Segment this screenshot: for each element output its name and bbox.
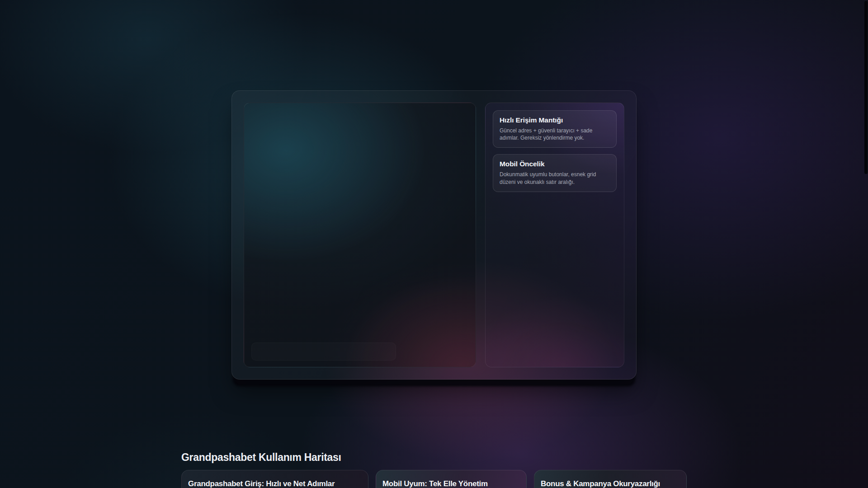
feature-description: Dokunmatik uyumlu butonlar, esnek grid d… <box>500 171 610 185</box>
feature-card-quick-access: Hızlı Erişim Mantığı Güncel adres + güve… <box>493 110 617 148</box>
feature-title: Hızlı Erişim Mantığı <box>500 116 610 124</box>
map-card-title: Grandpashabet Giriş: Hızlı ve Net Adımla… <box>188 479 362 488</box>
scrollbar-track[interactable] <box>864 0 868 488</box>
map-card-title: Mobil Uyum: Tek Elle Yönetim <box>382 479 520 488</box>
map-card-login-steps[interactable]: Grandpashabet Giriş: Hızlı ve Net Adımla… <box>181 470 368 488</box>
hero-preview-panel <box>244 103 476 367</box>
feature-card-mobile-first: Mobil Öncelik Dokunmatik uyumlu butonlar… <box>493 154 617 192</box>
usage-map-heading: Grandpashabet Kullanım Haritası <box>181 451 687 464</box>
feature-title: Mobil Öncelik <box>500 160 610 168</box>
scrollbar-thumb[interactable] <box>864 1 868 174</box>
usage-map-card-row: Grandpashabet Giriş: Hızlı ve Net Adımla… <box>181 470 687 488</box>
map-card-mobile-usability[interactable]: Mobil Uyum: Tek Elle Yönetim <box>376 470 527 488</box>
map-card-title: Bonus & Kampanya Okuryazarlığı <box>541 479 680 488</box>
map-card-bonus-literacy[interactable]: Bonus & Kampanya Okuryazarlığı <box>534 470 687 488</box>
skeleton-placeholder-bar <box>251 343 396 361</box>
hero-card: Hızlı Erişim Mantığı Güncel adres + güve… <box>231 90 637 380</box>
feature-description: Güncel adres + güvenli tarayıcı + sade a… <box>500 127 610 141</box>
page-background: Hızlı Erişim Mantığı Güncel adres + güve… <box>0 90 868 488</box>
hero-feature-panel: Hızlı Erişim Mantığı Güncel adres + güve… <box>485 103 624 367</box>
usage-map-section: Grandpashabet Kullanım Haritası Grandpas… <box>181 451 687 488</box>
